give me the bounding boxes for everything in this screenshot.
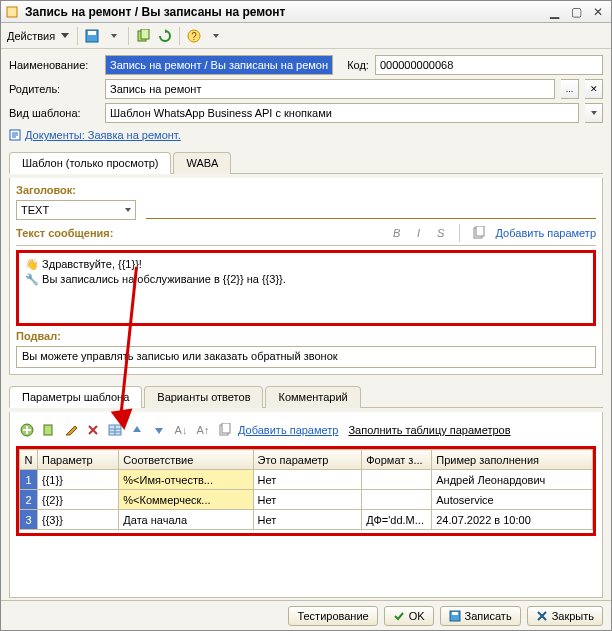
move-down-icon[interactable] <box>150 421 168 439</box>
template-kind-input[interactable] <box>105 103 579 123</box>
cell-format: ДФ='dd.M... <box>362 510 432 530</box>
chevron-down-icon[interactable] <box>206 26 226 46</box>
tab-answer-variants[interactable]: Варианты ответов <box>144 386 263 408</box>
testing-button[interactable]: Тестирование <box>288 606 377 626</box>
parent-input[interactable] <box>105 79 555 99</box>
add-param-link[interactable]: Добавить параметр <box>496 227 596 239</box>
sort-asc-icon[interactable]: A↓ <box>172 421 190 439</box>
close-form-button[interactable]: Закрыть <box>527 606 603 626</box>
name-input[interactable] <box>105 55 333 75</box>
parent-clear-button[interactable]: ✕ <box>585 79 603 99</box>
strike-button[interactable]: S <box>435 227 447 239</box>
tab-template-view[interactable]: Шаблон (только просмотр) <box>9 152 171 174</box>
table-row[interactable]: 3{{3}}Дата началаНетДФ='dd.M...24.07.202… <box>20 510 593 530</box>
svg-rect-2 <box>88 31 96 35</box>
edit-row-icon[interactable] <box>62 421 80 439</box>
copy-icon[interactable] <box>472 226 486 240</box>
col-example[interactable]: Пример заполнения <box>432 450 593 470</box>
documents-link[interactable]: Документы: Заявка на ремонт. <box>25 129 181 141</box>
link-icon <box>9 129 21 141</box>
cell-example: Autoservice <box>432 490 593 510</box>
cell-isparam: Нет <box>253 510 362 530</box>
cell-n: 2 <box>20 490 38 510</box>
cell-param: {{3}} <box>38 510 119 530</box>
cell-corr: %<Имя-отчеств... <box>119 470 253 490</box>
help-icon[interactable]: ? <box>184 26 204 46</box>
col-format[interactable]: Формат з... <box>362 450 432 470</box>
cell-example: Андрей Леонардович <box>432 470 593 490</box>
chevron-down-icon[interactable] <box>104 26 124 46</box>
svg-text:?: ? <box>191 31 197 42</box>
cell-format <box>362 470 432 490</box>
footer-section-label: Подвал: <box>16 330 596 342</box>
close-button[interactable]: ✕ <box>589 5 607 19</box>
tab-waba[interactable]: WABA <box>173 152 231 174</box>
actions-menu[interactable]: Действия <box>7 30 55 42</box>
header-text-input[interactable] <box>146 202 596 219</box>
cell-n: 1 <box>20 470 38 490</box>
col-corr[interactable]: Соответствие <box>119 450 253 470</box>
col-param[interactable]: Параметр <box>38 450 119 470</box>
copy-row-icon[interactable] <box>40 421 58 439</box>
template-kind-label: Вид шаблона: <box>9 107 99 119</box>
chevron-down-icon <box>125 208 131 212</box>
bold-button[interactable]: B <box>391 227 403 239</box>
table-row[interactable]: 2{{2}}%<Коммерческ...НетAutoservice <box>20 490 593 510</box>
name-label: Наименование: <box>9 59 99 71</box>
copy-icon[interactable] <box>216 421 234 439</box>
cell-param: {{2}} <box>38 490 119 510</box>
col-n[interactable]: N <box>20 450 38 470</box>
delete-row-icon[interactable] <box>84 421 102 439</box>
template-kind-dd[interactable] <box>585 103 603 123</box>
cell-isparam: Нет <box>253 470 362 490</box>
ok-button[interactable]: OK <box>384 606 434 626</box>
tab-template-params[interactable]: Параметры шаблона <box>9 386 142 408</box>
parent-label: Родитель: <box>9 83 99 95</box>
header-type-select[interactable]: TEXT <box>16 200 136 220</box>
window-icon <box>5 5 19 19</box>
maximize-button[interactable]: ▢ <box>567 5 585 19</box>
cell-format <box>362 490 432 510</box>
save-icon[interactable] <box>82 26 102 46</box>
cell-corr: Дата начала <box>119 510 253 530</box>
refresh-icon[interactable] <box>155 26 175 46</box>
copy-green-icon[interactable] <box>133 26 153 46</box>
statusbar: Тестирование OK Записать Закрыть <box>1 600 611 630</box>
add-row-icon[interactable] <box>18 421 36 439</box>
save-button[interactable]: Записать <box>440 606 521 626</box>
svg-rect-16 <box>452 612 458 615</box>
svg-rect-14 <box>222 423 230 433</box>
params-table: N Параметр Соответствие Это параметр Фор… <box>19 449 593 530</box>
footer-text[interactable]: Вы можете управлять записью или заказать… <box>16 346 596 368</box>
svg-rect-0 <box>7 7 17 17</box>
message-text-area[interactable]: 👋 Здравствуйте, {{1}}! 🔧 Вы записались н… <box>16 250 596 326</box>
parent-select-button[interactable]: ... <box>561 79 579 99</box>
cell-corr: %<Коммерческ... <box>119 490 253 510</box>
move-up-icon[interactable] <box>128 421 146 439</box>
header-section-label: Заголовок: <box>16 184 596 196</box>
cell-example: 24.07.2022 в 10:00 <box>432 510 593 530</box>
tab-comment[interactable]: Комментарий <box>265 386 360 408</box>
italic-button[interactable]: I <box>413 227 425 239</box>
add-param-link-2[interactable]: Добавить параметр <box>238 424 338 436</box>
svg-rect-9 <box>476 226 484 236</box>
minimize-button[interactable]: ▁ <box>545 5 563 19</box>
titlebar: Запись на ремонт / Вы записаны на ремонт… <box>1 1 611 23</box>
code-label: Код: <box>347 59 369 71</box>
template-tabs: Шаблон (только просмотр) WABA <box>9 151 603 174</box>
params-tabs: Параметры шаблона Варианты ответов Комме… <box>9 385 603 408</box>
cell-param: {{1}} <box>38 470 119 490</box>
table-icon[interactable] <box>106 421 124 439</box>
col-isparam[interactable]: Это параметр <box>253 450 362 470</box>
window-title: Запись на ремонт / Вы записаны на ремонт <box>25 5 545 19</box>
main-toolbar: Действия ? <box>1 23 611 49</box>
svg-rect-4 <box>141 29 149 39</box>
cell-n: 3 <box>20 510 38 530</box>
code-input[interactable] <box>375 55 603 75</box>
table-row[interactable]: 1{{1}}%<Имя-отчеств...НетАндрей Леонардо… <box>20 470 593 490</box>
sort-desc-icon[interactable]: A↑ <box>194 421 212 439</box>
fill-table-link[interactable]: Заполнить таблицу параметров <box>348 424 510 436</box>
svg-rect-11 <box>44 425 52 435</box>
chevron-down-icon[interactable] <box>61 33 69 38</box>
msg-section-label: Текст сообщения: <box>16 227 113 239</box>
